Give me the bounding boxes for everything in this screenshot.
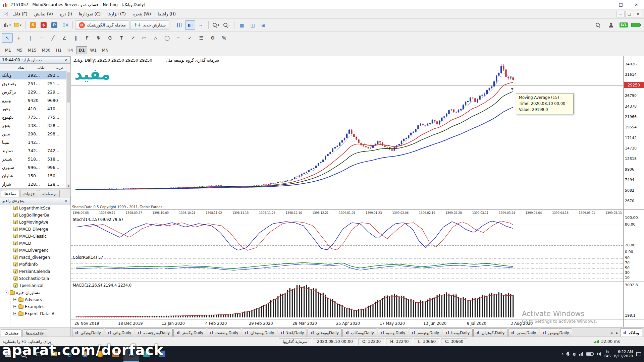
cascade-windows-button[interactable]: ◫ [248,20,258,30]
chart-tab[interactable]: وسبحان,Daily [242,328,277,337]
properties-tool[interactable]: ⚙ [207,33,218,43]
tree-expander[interactable]: + [13,305,17,308]
navigator-item[interactable]: ƒPersianCalenda [0,268,70,275]
trade-panel-button[interactable]: $ [39,20,49,30]
chart-tab[interactable]: گوهران,Daily [473,328,507,337]
navigator-item[interactable]: +Expert_Data_Al [0,310,70,317]
pitchfork-tool[interactable]: Ψ [93,33,104,43]
scrollbar-thumb[interactable] [67,72,70,103]
chart-tab[interactable]: اعتلا,Daily [278,328,307,337]
timeframe-m1[interactable]: M1 [3,46,13,54]
market-watch-row[interactable]: وهور410...410... [0,105,66,113]
crosshair-tool[interactable]: + [13,33,24,43]
search-button[interactable] [593,20,603,30]
close-icon[interactable]: × [63,58,68,62]
speaker-icon[interactable] [596,352,601,356]
vertical-line-tool[interactable]: | [25,33,36,43]
price-chart-svg[interactable] [71,56,623,209]
line-mode-button[interactable]: ~ [196,20,206,30]
market-watch-tab[interactable]: جزئیات [20,190,38,197]
scroll-down-icon[interactable]: ▼ [67,184,70,188]
market-watch-row[interactable]: بزاگرس229...229... [0,88,66,96]
chart-tab[interactable]: سدیر,Daily [508,328,539,337]
navigator-item[interactable]: -مشاوران خبره [0,289,70,296]
trendline-tool[interactable]: ╱ [48,33,58,43]
new-chart-button[interactable]: ▾ [2,20,12,30]
arrange-windows-button[interactable]: ⊞ [258,20,268,30]
market-watch-row[interactable]: مبین298...298... [0,130,66,138]
triangle-tool[interactable]: △ [150,33,161,43]
navigator-item[interactable]: ƒStochastic-tala [0,275,70,282]
market-watch-row[interactable]: وصندوق251...251... [0,79,66,88]
market-watch-row[interactable]: شبندر518...518... [0,155,66,163]
chart-tab[interactable]: وسپه,Daily [378,328,409,337]
close-button[interactable]: × [629,0,644,9]
chart-tab[interactable]: ونیکی,Daily [72,328,104,337]
chart-tab[interactable]: وگستر,Daily [173,328,206,337]
market-watch-column-header[interactable]: عر... [47,65,66,70]
market-watch-row[interactable]: دماوند742...742... [0,146,66,155]
tree-expander[interactable]: + [13,312,17,315]
timeframe-m15[interactable]: M15 [25,46,39,54]
candles-mode-button[interactable]: ▮▯ [185,20,195,30]
maximize-button[interactable]: □ [613,0,629,9]
market-watch-row[interactable]: شراز128...128... [0,180,66,188]
profiles-button[interactable]: ▾ [13,20,23,30]
navigator-item[interactable]: ƒTpersianical [0,282,70,289]
close-icon[interactable]: × [63,199,68,203]
market-watch-row[interactable]: شبهرن996...996... [0,163,66,172]
menu-item-4[interactable]: ابزارها (T) [104,10,129,18]
chart-tab[interactable]: وتوسم,Daily [409,328,442,337]
timeframe-mn[interactable]: MN [100,46,111,54]
equidistant-channel-tool[interactable]: ∥ [70,33,81,43]
tabs-scroll-left-button[interactable]: ◄ [608,329,614,337]
chart-tab[interactable]: واتی,Daily [105,328,134,337]
bars-mode-button[interactable]: ||| [174,20,184,30]
scripts-button[interactable]: S [28,20,38,30]
wave-tool[interactable]: ~ [173,33,184,43]
print-button[interactable]: P [49,20,59,30]
mdi-minimize-button[interactable]: — [616,11,625,17]
minimize-button[interactable]: — [598,0,613,9]
new-order-button[interactable]: ↑↓ سفارش جدید [130,20,169,30]
taskbar-clock[interactable]: 6:22 AM 8/11/2020 [614,350,633,358]
navigator-item[interactable]: ƒMACD [0,240,70,247]
navigator-header[interactable]: پنجره‌ی راهبر × [0,197,70,204]
rectangle-tool[interactable]: ▭ [139,33,150,43]
rsi-svg[interactable] [71,254,623,282]
navigator-tab[interactable]: مشترک [1,329,22,337]
tree-expander[interactable]: - [5,291,8,294]
navigator-item[interactable]: ƒMACD Diverge [0,226,70,233]
market-watch-column-header[interactable]: تقا... [27,65,47,70]
menu-item-3[interactable]: نمودارها (C) [75,10,104,18]
check-tool[interactable]: ✓ [184,33,195,43]
hidden-icons-button[interactable]: ∧ [561,352,564,356]
timeframe-w1[interactable]: W1 [88,46,99,54]
tile-windows-button[interactable]: ▦ [237,20,247,30]
price-axis[interactable]: 3402631614267902437821966195541714214730… [623,56,644,327]
navigator-tab[interactable]: علاقمندی‌ها [22,329,47,337]
market-watch-column-header[interactable]: نماد [0,65,27,70]
menu-item-0[interactable]: فایل (F) [9,10,31,18]
mdi-close-button[interactable]: × [634,11,642,17]
navigator-item[interactable]: ƒLogarithmicSca [0,204,70,212]
menu-item-6[interactable]: راهنما (H) [154,10,179,18]
chart-tab[interactable]: وبوعلی,Daily [308,328,342,337]
cycle-lines-tool[interactable]: ☰ [196,33,207,43]
navigator-item[interactable]: ƒMACD-Classic [0,233,70,240]
battery-tray-icon[interactable] [586,352,593,356]
navigator-item[interactable]: ƒMACDivergenc [0,247,70,254]
ellipse-tool[interactable]: ◯ [162,33,172,43]
market-watch-row[interactable]: وبانک292...292... [0,71,66,79]
mdi-restore-button[interactable]: □ [625,11,633,17]
tabs-scroll-right-button[interactable]: ► [614,329,620,337]
chart-tab[interactable]: وسکاب,Daily [342,328,377,337]
timeframe-d1[interactable]: D1 [76,46,87,54]
market-watch-tab[interactable]: م معامله [39,190,60,197]
market-watch-tab[interactable]: نمادها [1,190,19,197]
market-watch-row[interactable]: ثمینا142... [0,138,66,146]
language-indicator[interactable]: فا FAS [604,350,611,358]
stochastic-svg[interactable] [71,216,623,254]
market-watch-row[interactable]: ونیرو94209690 [0,96,66,105]
market-watch-row[interactable]: بفجر338...338... [0,121,66,130]
